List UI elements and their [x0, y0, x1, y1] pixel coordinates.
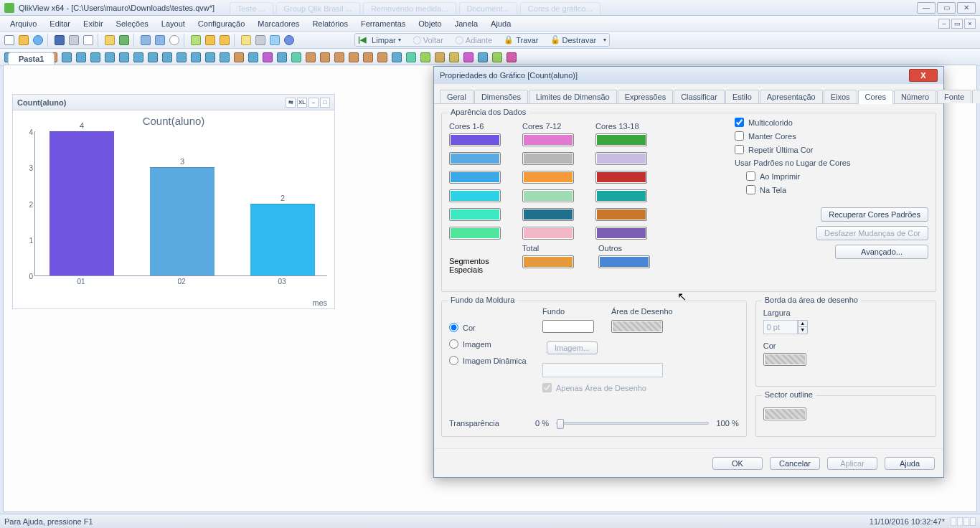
open-icon[interactable] [17, 34, 30, 47]
sector-outline-swatch[interactable] [763, 407, 806, 420]
transparencia-slider[interactable] [556, 422, 710, 425]
area-desenho-swatch[interactable] [611, 320, 663, 333]
design-tool-12-icon[interactable] [161, 51, 174, 64]
design-tool-13-icon[interactable] [175, 51, 188, 64]
sheet-tab-pasta1[interactable]: Pasta1 [8, 52, 55, 65]
design-tool-20-icon[interactable] [275, 51, 288, 64]
design-tool-23-icon[interactable] [319, 51, 331, 64]
ajuda-button[interactable]: Ajuda [885, 457, 935, 470]
chart-fastchange-icon[interactable]: ⇆ [286, 98, 296, 108]
design-tool-28-icon[interactable] [390, 51, 403, 64]
design-tool-7-icon[interactable] [89, 51, 102, 64]
design-tool-24-icon[interactable] [333, 51, 346, 64]
redo-icon[interactable] [154, 34, 166, 47]
imagem-radio[interactable]: Imagem [449, 339, 527, 349]
design-tool-35-icon[interactable] [491, 51, 504, 64]
color-swatch-2[interactable] [449, 152, 501, 165]
tab-fonte[interactable]: Fonte [937, 90, 971, 103]
design-tool-5-icon[interactable] [60, 51, 73, 64]
design-tool-18-icon[interactable] [247, 51, 260, 64]
bar-03[interactable] [250, 204, 315, 276]
design-tool-25-icon[interactable] [347, 51, 360, 64]
mdi-minimize-button[interactable]: – [938, 19, 950, 29]
adiante-button[interactable]: ◯Adiante [451, 34, 496, 45]
tab-eixos[interactable]: Eixos [824, 90, 857, 103]
notes-icon[interactable] [240, 34, 253, 47]
color-swatch-1[interactable] [449, 133, 501, 146]
design-tool-11-icon[interactable] [146, 51, 159, 64]
print-icon[interactable] [67, 34, 80, 47]
mdi-close-button[interactable]: × [964, 19, 976, 29]
na-tela-checkbox[interactable]: Na Tela [746, 185, 928, 194]
color-swatch-17[interactable] [595, 208, 647, 221]
design-tool-8-icon[interactable] [103, 51, 116, 64]
largura-down-icon[interactable]: ▼ [798, 327, 808, 334]
color-swatch-11[interactable] [522, 208, 574, 221]
largura-input[interactable] [763, 320, 798, 334]
design-tool-21-icon[interactable] [290, 51, 303, 64]
color-swatch-12[interactable] [522, 227, 574, 240]
menu-ferramentas[interactable]: Ferramentas [355, 18, 411, 29]
color-swatch-10[interactable] [522, 189, 574, 202]
design-tool-29-icon[interactable] [405, 51, 418, 64]
edit-script-icon[interactable] [103, 34, 116, 47]
voltar-button[interactable]: ◯Voltar [408, 34, 448, 45]
mdi-restore-button[interactable]: ▭ [951, 19, 963, 29]
color-swatch-5[interactable] [449, 208, 501, 221]
color-swatch-4[interactable] [449, 189, 501, 202]
design-tool-19-icon[interactable] [261, 51, 274, 64]
menu-configuracao[interactable]: Configuração [192, 18, 250, 29]
undo-icon[interactable] [139, 34, 152, 47]
outros-swatch[interactable] [598, 255, 650, 268]
design-tool-16-icon[interactable] [218, 51, 231, 64]
ao-imprimir-checkbox[interactable]: Ao Imprimir [746, 171, 928, 181]
selections-icon[interactable] [189, 34, 202, 47]
tab-classificar[interactable]: Classificar [674, 90, 725, 103]
tools-icon[interactable] [254, 34, 267, 47]
help-icon[interactable] [283, 34, 296, 47]
design-tool-26-icon[interactable] [362, 51, 374, 64]
imagem-dinamica-input[interactable] [542, 363, 663, 377]
multicolorido-checkbox[interactable]: Multicolorido [735, 118, 928, 127]
cor-radio[interactable]: Cor [449, 323, 527, 332]
ok-button[interactable]: OK [712, 457, 763, 470]
design-tool-32-icon[interactable] [448, 51, 461, 64]
repetir-ultima-cor-checkbox[interactable]: Repetir Última Cor [735, 145, 928, 154]
largura-up-icon[interactable]: ▲ [798, 320, 808, 327]
fundo-color-swatch[interactable] [542, 320, 594, 333]
color-swatch-15[interactable] [595, 171, 647, 184]
menu-exibir[interactable]: Exibir [77, 18, 109, 29]
print-preview-icon[interactable] [82, 34, 95, 47]
borda-cor-swatch[interactable] [763, 353, 806, 366]
aplicar-button[interactable]: Aplicar [827, 457, 877, 470]
menu-marcadores[interactable]: Marcadores [252, 18, 305, 29]
tab-lay-[interactable]: Lay... [972, 90, 980, 103]
dialog-titlebar[interactable]: Propriedades do Gráfico [Count(aluno)] X [434, 67, 943, 84]
chart-caption[interactable]: Count(aluno) ⇆ XL – □ [13, 95, 334, 110]
window-restore-button[interactable]: ▭ [937, 2, 956, 14]
menu-layout[interactable]: Layout [156, 18, 191, 29]
design-tool-6-icon[interactable] [75, 51, 88, 64]
design-tool-33-icon[interactable] [462, 51, 475, 64]
imagem-dinamica-radio[interactable]: Imagem Dinâmica [449, 356, 527, 365]
tab-cores[interactable]: Cores [858, 90, 893, 104]
menu-objeto[interactable]: Objeto [413, 18, 447, 29]
menu-janela[interactable]: Janela [449, 18, 484, 29]
window-close-button[interactable]: ✕ [957, 2, 976, 14]
tab-geral[interactable]: Geral [440, 90, 473, 103]
design-tool-9-icon[interactable] [118, 51, 131, 64]
chart-xl-icon[interactable]: XL [297, 98, 307, 108]
design-tool-27-icon[interactable] [376, 51, 389, 64]
menu-arquivo[interactable]: Arquivo [4, 18, 42, 29]
nav-overflow-icon[interactable]: ▾ [603, 37, 606, 43]
bar-02[interactable] [150, 167, 215, 275]
menu-relatorios[interactable]: Relatórios [306, 18, 354, 29]
design-tool-36-icon[interactable] [505, 51, 518, 64]
menu-ajuda[interactable]: Ajuda [485, 18, 517, 29]
travar-button[interactable]: 🔒Travar [499, 34, 542, 45]
design-tool-30-icon[interactable] [419, 51, 432, 64]
search-icon[interactable] [168, 34, 181, 47]
refresh-icon[interactable] [32, 34, 44, 47]
limpar-button[interactable]: Limpar ▾ [367, 35, 405, 45]
color-swatch-6[interactable] [449, 227, 501, 240]
